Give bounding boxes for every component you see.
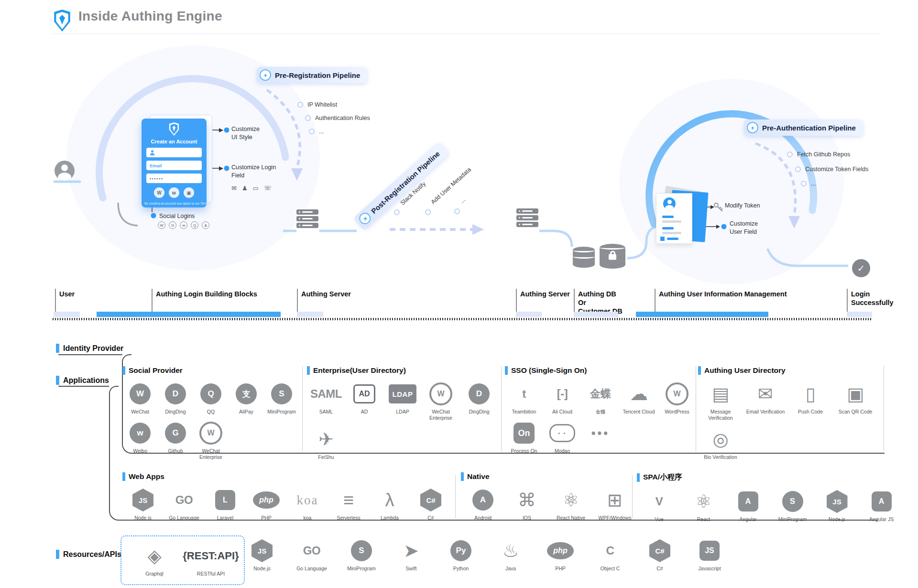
catalog-item: JS Node.js [122, 488, 164, 521]
pipeline-item: ... [309, 128, 324, 135]
wechat-icon: W [130, 383, 151, 404]
catalog-item: S MiniProgram [337, 538, 386, 572]
user-icon [150, 150, 155, 155]
item-label: WeChat [122, 409, 158, 415]
saml-icon: SAML [310, 387, 342, 401]
username-field[interactable] [146, 148, 202, 157]
blue-bar [56, 344, 59, 353]
item-label: Swift [386, 566, 436, 572]
nodejs-icon: JS [251, 539, 273, 562]
catalog-item: ▤ Message Verification [698, 381, 743, 421]
bullet-icon [787, 152, 793, 157]
item-label: AD [345, 409, 383, 415]
windows-icon: ⊞ [607, 491, 623, 509]
bullet-icon [394, 209, 400, 215]
wechat-icon[interactable]: W [154, 187, 164, 198]
resources-items: JS Node.js GO Go Language S MiniProgram … [237, 538, 734, 572]
timeline-segment [97, 312, 281, 317]
password-field[interactable]: •••••• [146, 174, 202, 183]
item-label: Serverless [328, 515, 369, 521]
catalog-item: ◈ Graphql [126, 544, 183, 577]
image-icon[interactable]: ▣ [184, 187, 194, 198]
item-label [581, 448, 620, 454]
catalog-item: ♨ Java [486, 538, 536, 572]
push-code-icon: ▯ [806, 385, 816, 403]
item-label: Email Verification [743, 409, 788, 415]
weibo-icon: w [180, 221, 187, 229]
timeline-segment [54, 312, 80, 317]
item-label: Process On [505, 448, 543, 454]
catalog-item: C# C# [635, 538, 685, 572]
catalog-item: ⚛ React Native [549, 488, 593, 521]
item-label: Angular JS [859, 516, 904, 523]
label-resources-apis: Resources/APIs [56, 550, 121, 559]
login-field-icons: ✉ ♟ ▭ ☏ [231, 185, 272, 192]
react-icon: ⚛ [563, 491, 579, 509]
scan-qr-code-icon: ▣ [847, 385, 864, 403]
item-label: Android [461, 515, 505, 521]
catalog-item: AD AD [345, 381, 383, 421]
lambda-icon: λ [385, 491, 394, 509]
phone-icon: ☏ [264, 185, 272, 192]
item-label: Laravel [205, 515, 246, 521]
pipeline-item: Fetch Github Repos [787, 151, 850, 158]
user-icon: ♟ [242, 185, 248, 192]
email-field[interactable]: Email [146, 161, 202, 170]
catalog-item: ⚛ React [681, 489, 726, 523]
item-label: Node.js [815, 516, 859, 523]
catalog-item: GO Go Language [164, 488, 205, 521]
divider [501, 366, 502, 451]
resources-featured-box: ◈ Graphql {REST:API} RESTful API [120, 535, 245, 585]
timeline-segment [574, 312, 618, 317]
item-label: Message Verification [698, 409, 743, 421]
success-check-icon: ✓ [852, 259, 870, 277]
catalog-item: G Github [158, 421, 193, 460]
stage-label: Authing Server [301, 290, 351, 298]
group-web-apps: Web Apps JS Node.js GO Go Language L Lar… [122, 472, 451, 527]
annotation-social-logins: Social Logins [159, 212, 195, 220]
miniprogram-icon: S [271, 383, 292, 404]
item-label: WeChat Enterprise [422, 409, 460, 421]
email-icon: ✉ [231, 185, 237, 192]
catalog-item: ☁ Tencent Cloud [620, 381, 658, 415]
signup-card: Create an Account Email •••••• W w ▣ By … [142, 119, 207, 207]
item-label: Javascript [685, 566, 734, 572]
catalog-item: ⊞ WPF/Windows [593, 488, 637, 521]
catalog-item: w Weibo [122, 421, 158, 460]
group-enterprise: Enterprise(User Directory) SAML SAML AD … [307, 366, 498, 466]
stage-label: Authing Server [520, 290, 570, 298]
server-icon [516, 208, 538, 229]
github-icon: G [169, 221, 176, 229]
item-label: Node.js [122, 515, 164, 521]
wechat-enterprise-icon: W [199, 422, 222, 445]
catalog-item: On Process On [505, 421, 543, 454]
wechat-enterprise-icon: W [429, 382, 452, 405]
bio-verification-icon: ◎ [712, 430, 728, 448]
item-label: MiniProgram [264, 409, 299, 415]
csharp-icon: C# [649, 539, 670, 562]
label-identity-provider: Identity Provider [56, 344, 123, 353]
connector [58, 386, 109, 387]
angular-icon: A [738, 491, 758, 512]
csharp-icon: C# [420, 489, 441, 512]
feishu-icon: ✈ [318, 430, 334, 448]
item-label: Ali Cloud [543, 409, 581, 415]
signup-card-title: Create an Account [142, 139, 207, 144]
item-label: FeiShu [307, 454, 345, 460]
message-verification-icon: ▤ [712, 385, 729, 403]
item-label: React [681, 516, 726, 523]
serverless-icon: ≡ [343, 491, 354, 509]
weibo-icon[interactable]: w [169, 187, 179, 198]
github-icon: G [165, 423, 186, 444]
nodejs-icon: JS [827, 490, 848, 513]
catalog-item: D DingDing [460, 381, 498, 421]
close-icon: × [357, 210, 373, 227]
kingdee-icon: 金蝶 [590, 387, 611, 401]
item-label: React Native [549, 515, 593, 521]
divider [884, 366, 884, 451]
pipeline-item: IP Whitelist [297, 101, 337, 108]
timeline-segment [847, 312, 872, 317]
catalog-item: L Laravel [205, 488, 246, 521]
item-label: Lambda [369, 515, 410, 521]
bullet-icon [305, 115, 311, 121]
